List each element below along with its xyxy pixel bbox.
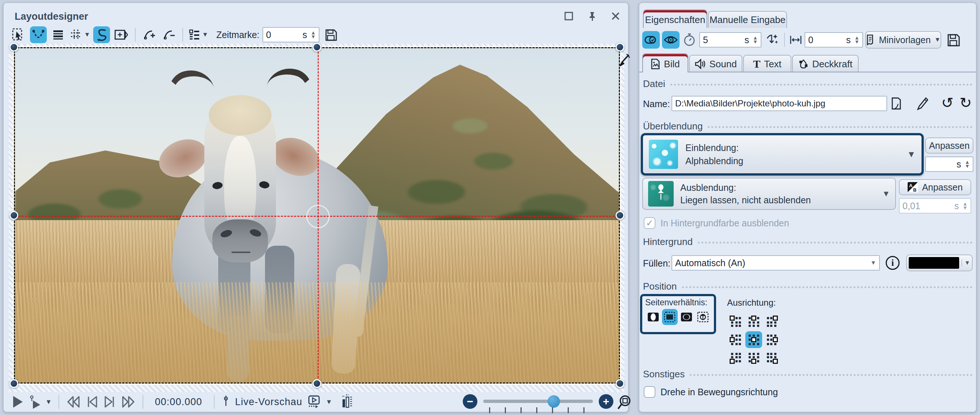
- align-middle-right-button[interactable]: [764, 331, 780, 348]
- align-top-right-button[interactable]: [764, 313, 780, 330]
- offset-spinner[interactable]: ▲▼: [854, 36, 859, 44]
- text-icon: T: [753, 58, 760, 70]
- fuellen-info-icon[interactable]: i: [886, 256, 900, 270]
- duration-input[interactable]: 5 s ▲▼: [699, 32, 761, 48]
- align-bottom-center-button[interactable]: [745, 350, 762, 366]
- ausblendung-dropdown[interactable]: Ausblendung: Liegen lassen, nicht ausble…: [642, 178, 896, 210]
- duration-spinner[interactable]: ▲▼: [752, 36, 758, 44]
- align-center-button[interactable]: [745, 331, 762, 348]
- s-curve-button[interactable]: [93, 26, 110, 43]
- aspect-original-button[interactable]: [695, 309, 711, 325]
- auto-duration-icon[interactable]: [764, 33, 779, 47]
- browse-file-button[interactable]: [890, 97, 902, 110]
- ausblendung-duration-input[interactable]: 0,01 s ▲▼: [899, 198, 971, 213]
- preview-dropdown-caret[interactable]: ▼: [326, 398, 332, 406]
- object-enabled-toggle[interactable]: [642, 31, 660, 49]
- handle-bottom-right[interactable]: [616, 379, 624, 388]
- checkmark-icon: ✓: [646, 218, 653, 228]
- save-properties-button[interactable]: [947, 33, 960, 47]
- curve-mode-button[interactable]: [30, 26, 47, 43]
- pin-button[interactable]: [585, 10, 599, 23]
- bg-fade-checkbox[interactable]: ✓: [644, 217, 655, 229]
- align-middle-left-button[interactable]: [727, 331, 744, 348]
- align-top-left-button[interactable]: [727, 313, 744, 330]
- save-layout-button[interactable]: [322, 26, 339, 43]
- visibility-toggle[interactable]: [662, 31, 679, 49]
- zeitmarke-spinner[interactable]: ▲▼: [311, 31, 316, 39]
- aspect-fit-height-button[interactable]: [645, 309, 661, 325]
- play-from-marker-button[interactable]: [29, 394, 41, 409]
- skip-end-button[interactable]: [121, 394, 136, 409]
- section-position: Position: [643, 281, 677, 292]
- photo-object-cow[interactable]: [14, 47, 620, 383]
- grid-dropdown-caret[interactable]: ▼: [84, 31, 90, 38]
- zoom-fit-button[interactable]: [616, 393, 632, 410]
- drehe-checkbox[interactable]: [644, 386, 655, 398]
- list-dropdown-caret[interactable]: ▼: [202, 31, 208, 38]
- add-curve-point-button[interactable]: [141, 26, 158, 43]
- levels-button[interactable]: [340, 394, 353, 410]
- offset-input[interactable]: 0 s ▲▼: [805, 32, 863, 48]
- filename-input[interactable]: D:\Media\Bilder\Projekte\photo-kuh.jpg: [671, 96, 887, 111]
- transform-frame-button[interactable]: [113, 26, 130, 43]
- play-button[interactable]: [11, 394, 24, 409]
- ausblendung-anpassen-button[interactable]: AB Anpassen: [899, 179, 971, 195]
- zoom-slider-track[interactable]: [483, 400, 593, 403]
- edit-image-button[interactable]: [916, 97, 928, 110]
- tab-eigenschaften[interactable]: Eigenschaften: [643, 10, 707, 28]
- einblendung-value: Alphablending: [686, 154, 743, 167]
- zoom-slider-thumb[interactable]: [547, 395, 560, 408]
- subtab-sound[interactable]: Sound: [689, 55, 742, 72]
- minivorlagen-label: Minivorlagen: [879, 35, 931, 45]
- rotation-center-ring[interactable]: [306, 205, 330, 228]
- rotate-ccw-button[interactable]: ↺: [941, 94, 954, 111]
- handle-mid-right[interactable]: [616, 211, 624, 220]
- pushpin-icon: [655, 184, 667, 203]
- close-button[interactable]: [609, 10, 622, 23]
- subtab-text[interactable]: T Text: [743, 55, 791, 72]
- remove-curve-point-button[interactable]: [161, 26, 177, 43]
- subtab-bild[interactable]: Bild: [642, 53, 688, 72]
- ausblendung-duration-spinner[interactable]: ▲▼: [963, 202, 967, 210]
- subtab-deckkraft[interactable]: Deckkraft: [792, 55, 859, 72]
- play-dropdown-caret[interactable]: ▼: [45, 398, 52, 406]
- align-bottom-right-button[interactable]: [764, 350, 780, 366]
- live-preview-label[interactable]: Live-Vorschau: [235, 396, 302, 408]
- handle-top-left[interactable]: [10, 43, 18, 52]
- tab-manuelle-eingabe[interactable]: Manuelle Eingabe: [708, 11, 787, 28]
- background-color-swatch[interactable]: ▼: [906, 254, 973, 271]
- fuellen-select[interactable]: Automatisch (An) ▼: [671, 255, 880, 270]
- layout-canvas[interactable]: [9, 44, 624, 392]
- maximize-button[interactable]: [562, 10, 575, 23]
- preview-window-button[interactable]: [307, 394, 321, 409]
- einblendung-duration-input[interactable]: s ▲▼: [925, 156, 974, 172]
- zeitmarke-input[interactable]: 0 s ▲▼: [262, 27, 320, 43]
- minivorlagen-button[interactable]: Minivorlagen ▼: [865, 31, 941, 49]
- einblendung-anpassen-button[interactable]: Anpassen: [925, 137, 974, 154]
- layers-button[interactable]: [50, 26, 67, 43]
- skip-start-button[interactable]: [66, 394, 81, 409]
- image-icon: [651, 59, 660, 70]
- zoom-in-button[interactable]: +: [599, 394, 613, 409]
- align-bottom-left-button[interactable]: [727, 350, 744, 366]
- einblendung-duration-spinner[interactable]: ▲▼: [965, 160, 970, 168]
- handle-mid-left[interactable]: [10, 211, 18, 220]
- swatch-caret[interactable]: ▼: [961, 259, 970, 266]
- einblendung-dropdown[interactable]: Einblendung: Alphablending ▼: [641, 133, 924, 175]
- handle-bottom-center[interactable]: [313, 379, 321, 388]
- align-top-center-button[interactable]: [745, 313, 762, 330]
- grid-button[interactable]: ▼: [70, 28, 90, 41]
- rotate-cw-button[interactable]: ↻: [959, 94, 972, 111]
- handle-top-center[interactable]: [313, 43, 321, 52]
- alignment-grid: [727, 313, 780, 366]
- select-tool-button[interactable]: [10, 26, 27, 43]
- object-list-button[interactable]: ▼: [188, 28, 208, 41]
- aspect-stretch-button[interactable]: [678, 309, 695, 325]
- zoom-out-button[interactable]: −: [463, 394, 477, 409]
- step-back-button[interactable]: [86, 394, 99, 409]
- handle-bottom-left[interactable]: [10, 379, 18, 388]
- step-forward-button[interactable]: [103, 394, 116, 409]
- aspect-fill-button[interactable]: [662, 309, 678, 325]
- zoom-tick: [489, 407, 490, 413]
- handle-top-right[interactable]: [616, 43, 624, 52]
